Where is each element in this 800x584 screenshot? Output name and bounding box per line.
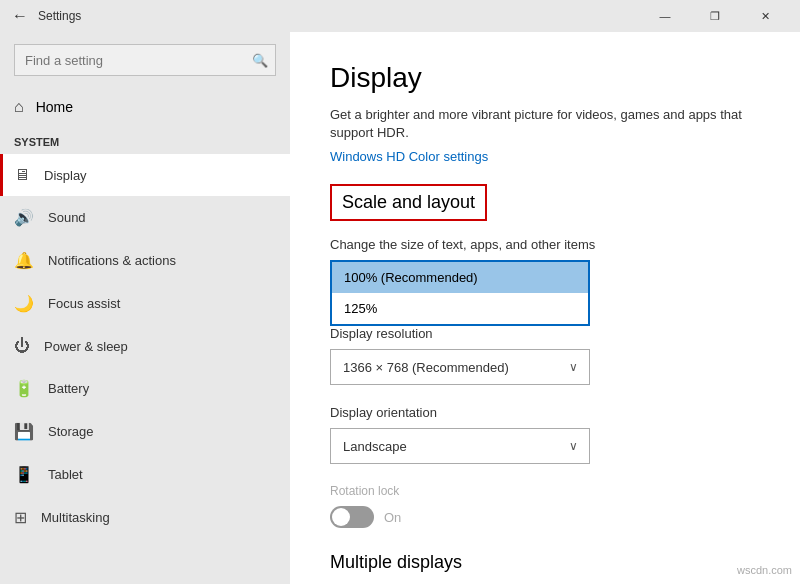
- sidebar-item-tablet[interactable]: 📱 Tablet: [0, 453, 290, 496]
- sidebar-item-label: Battery: [48, 381, 89, 396]
- sidebar-item-label: Display: [44, 168, 87, 183]
- sidebar-item-label: Notifications & actions: [48, 253, 176, 268]
- titlebar-controls: — ❐ ✕: [642, 0, 788, 32]
- sidebar-item-label: Multitasking: [41, 510, 110, 525]
- sidebar-item-label: Power & sleep: [44, 339, 128, 354]
- resolution-label: Display resolution: [330, 326, 760, 341]
- search-input[interactable]: [14, 44, 276, 76]
- search-icon: 🔍: [252, 53, 268, 68]
- notifications-icon: 🔔: [14, 251, 34, 270]
- minimize-button[interactable]: —: [642, 0, 688, 32]
- multitasking-icon: ⊞: [14, 508, 27, 527]
- content-description: Get a brighter and more vibrant picture …: [330, 106, 760, 142]
- titlebar-title: Settings: [38, 9, 81, 23]
- sidebar-home-label: Home: [36, 99, 73, 115]
- orientation-dropdown-wrapper: Landscape ∨: [330, 428, 590, 464]
- display-icon: 🖥: [14, 166, 30, 184]
- home-icon: ⌂: [14, 98, 24, 116]
- page-title: Display: [330, 62, 760, 94]
- sidebar-item-battery[interactable]: 🔋 Battery: [0, 367, 290, 410]
- rotation-lock-row: On: [330, 506, 760, 528]
- sidebar-item-home[interactable]: ⌂ Home: [0, 88, 290, 126]
- sidebar-item-multitasking[interactable]: ⊞ Multitasking: [0, 496, 290, 539]
- content-area: Display Get a brighter and more vibrant …: [290, 32, 800, 584]
- scale-option-100[interactable]: 100% (Recommended): [332, 262, 588, 293]
- sidebar-item-sound[interactable]: 🔊 Sound: [0, 196, 290, 239]
- storage-icon: 💾: [14, 422, 34, 441]
- sound-icon: 🔊: [14, 208, 34, 227]
- sidebar-item-label: Focus assist: [48, 296, 120, 311]
- app-body: 🔍 ⌂ Home System 🖥 Display 🔊 Sound 🔔 Noti…: [0, 32, 800, 584]
- sidebar-item-label: Storage: [48, 424, 94, 439]
- orientation-label: Display orientation: [330, 405, 760, 420]
- hdr-link[interactable]: Windows HD Color settings: [330, 149, 488, 164]
- orientation-select[interactable]: Landscape: [330, 428, 590, 464]
- sidebar-item-power[interactable]: ⏻ Power & sleep: [0, 325, 290, 367]
- titlebar: ← Settings — ❐ ✕: [0, 0, 800, 32]
- battery-icon: 🔋: [14, 379, 34, 398]
- sidebar-item-focus[interactable]: 🌙 Focus assist: [0, 282, 290, 325]
- sidebar-item-label: Sound: [48, 210, 86, 225]
- sidebar-section-label: System: [0, 126, 290, 154]
- scale-section: Scale and layout Change the size of text…: [330, 184, 760, 528]
- scale-section-heading: Scale and layout: [330, 184, 487, 221]
- scale-change-label: Change the size of text, apps, and other…: [330, 237, 760, 252]
- sidebar-item-label: Tablet: [48, 467, 83, 482]
- scale-dropdown[interactable]: 100% (Recommended) 125%: [330, 260, 590, 326]
- titlebar-left: ← Settings: [12, 7, 81, 25]
- scale-option-125[interactable]: 125%: [332, 293, 588, 324]
- close-button[interactable]: ✕: [742, 0, 788, 32]
- rotation-lock-toggle: [330, 506, 374, 528]
- sidebar-item-display[interactable]: 🖥 Display: [0, 154, 290, 196]
- tablet-icon: 📱: [14, 465, 34, 484]
- rotation-lock-label: Rotation lock: [330, 484, 760, 498]
- focus-icon: 🌙: [14, 294, 34, 313]
- sidebar-item-storage[interactable]: 💾 Storage: [0, 410, 290, 453]
- multiple-displays-heading: Multiple displays: [330, 552, 760, 573]
- watermark: wscdn.com: [737, 564, 792, 576]
- power-icon: ⏻: [14, 337, 30, 355]
- resolution-dropdown-wrapper: 1366 × 768 (Recommended) ∨: [330, 349, 590, 385]
- back-button[interactable]: ←: [12, 7, 28, 25]
- toggle-knob: [332, 508, 350, 526]
- rotation-lock-toggle-text: On: [384, 510, 401, 525]
- restore-button[interactable]: ❐: [692, 0, 738, 32]
- search-container: 🔍: [14, 44, 276, 76]
- sidebar-item-notifications[interactable]: 🔔 Notifications & actions: [0, 239, 290, 282]
- resolution-select[interactable]: 1366 × 768 (Recommended): [330, 349, 590, 385]
- sidebar: 🔍 ⌂ Home System 🖥 Display 🔊 Sound 🔔 Noti…: [0, 32, 290, 584]
